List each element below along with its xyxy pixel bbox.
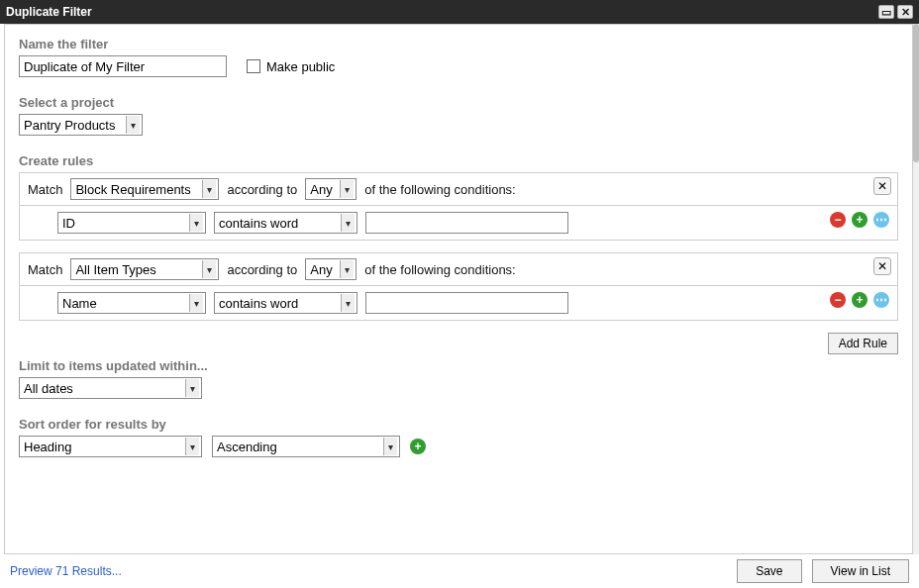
- footer-bar: Preview 71 Results... Save View in List: [0, 554, 919, 588]
- group-condition-icon[interactable]: ⋯: [873, 212, 889, 228]
- chevron-down-icon: [202, 260, 216, 278]
- save-button[interactable]: Save: [737, 559, 801, 583]
- chevron-down-icon: [126, 116, 140, 134]
- close-icon[interactable]: ✕: [897, 5, 913, 19]
- add-rule-button[interactable]: Add Rule: [828, 333, 898, 354]
- project-select[interactable]: Pantry Products: [19, 114, 143, 136]
- add-condition-icon[interactable]: +: [852, 212, 868, 228]
- operator-select[interactable]: contains word: [214, 292, 357, 314]
- following-conditions-label: of the following conditions:: [364, 262, 515, 277]
- remove-rule-button[interactable]: ✕: [873, 257, 891, 275]
- select-project-label: Select a project: [19, 95, 898, 110]
- remove-condition-icon[interactable]: −: [830, 212, 846, 228]
- item-type-select[interactable]: All Item Types: [70, 258, 219, 280]
- dialog-body: Name the filter Make public Select a pro…: [4, 24, 913, 554]
- window-title: Duplicate Filter: [6, 5, 92, 19]
- limit-updated-label: Limit to items updated within...: [19, 358, 898, 373]
- vertical-scrollbar[interactable]: [913, 24, 919, 554]
- chevron-down-icon: [202, 180, 216, 198]
- minimize-icon[interactable]: ▭: [878, 5, 894, 19]
- match-label: Match: [26, 262, 62, 277]
- make-public-label: Make public: [266, 59, 335, 74]
- filter-name-input[interactable]: [19, 55, 227, 77]
- according-to-label: according to: [227, 262, 297, 277]
- rule-block: Match All Item Types according to Any of…: [19, 252, 898, 321]
- field-select[interactable]: Name: [57, 292, 206, 314]
- chevron-down-icon: [185, 379, 199, 397]
- name-filter-label: Name the filter: [19, 37, 898, 51]
- limit-dates-select[interactable]: All dates: [19, 377, 202, 399]
- preview-results-link[interactable]: Preview 71 Results...: [10, 564, 122, 578]
- remove-rule-button[interactable]: ✕: [873, 177, 891, 195]
- make-public-checkbox[interactable]: [247, 59, 260, 73]
- rule-block: Match Block Requirements according to An…: [19, 172, 898, 241]
- condition-value-input[interactable]: [365, 212, 568, 234]
- view-in-list-button[interactable]: View in List: [812, 559, 909, 583]
- chevron-down-icon: [340, 260, 354, 278]
- chevron-down-icon: [189, 214, 203, 232]
- scope-select[interactable]: Any: [305, 258, 357, 280]
- item-type-select[interactable]: Block Requirements: [70, 178, 219, 200]
- chevron-down-icon: [185, 438, 199, 455]
- operator-select[interactable]: contains word: [214, 212, 357, 234]
- sort-field-select[interactable]: Heading: [19, 436, 202, 457]
- remove-condition-icon[interactable]: −: [830, 292, 846, 308]
- create-rules-label: Create rules: [19, 153, 898, 168]
- sort-order-label: Sort order for results by: [19, 417, 898, 432]
- following-conditions-label: of the following conditions:: [364, 182, 515, 197]
- add-sort-icon[interactable]: +: [410, 439, 426, 454]
- window-controls: ▭ ✕: [878, 5, 913, 19]
- group-condition-icon[interactable]: ⋯: [873, 292, 889, 308]
- chevron-down-icon: [341, 294, 355, 312]
- chevron-down-icon: [341, 214, 355, 232]
- sort-direction-select[interactable]: Ascending: [212, 436, 400, 457]
- add-condition-icon[interactable]: +: [852, 292, 868, 308]
- scope-select[interactable]: Any: [305, 178, 357, 200]
- match-label: Match: [26, 182, 62, 197]
- titlebar: Duplicate Filter ▭ ✕: [0, 0, 919, 24]
- according-to-label: according to: [227, 182, 297, 197]
- field-select[interactable]: ID: [57, 212, 206, 234]
- chevron-down-icon: [383, 438, 397, 455]
- chevron-down-icon: [189, 294, 203, 312]
- scrollbar-thumb[interactable]: [913, 24, 919, 162]
- chevron-down-icon: [340, 180, 354, 198]
- project-select-value: Pantry Products: [24, 118, 116, 133]
- condition-value-input[interactable]: [365, 292, 568, 314]
